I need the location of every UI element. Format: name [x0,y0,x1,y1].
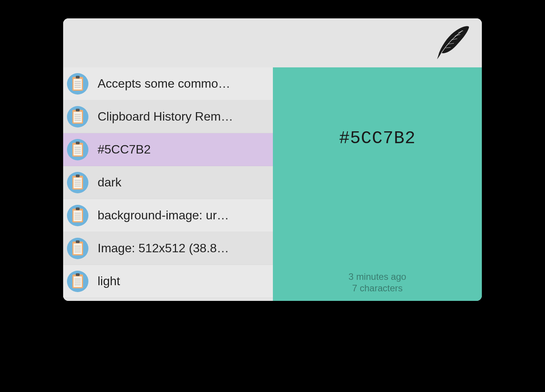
list-item-label: #5CC7B2 [98,142,151,157]
list-item-label: Clipboard History Rem… [98,109,233,124]
preview-panel: #5CC7B2 3 minutes ago 7 characters [273,67,482,301]
list-item-label: light [98,274,120,288]
svg-rect-26 [73,178,82,188]
list-item[interactable]: Accepts some commo… [63,67,273,100]
svg-rect-34 [73,211,82,221]
clipboard-list: Accepts some commo… Clipboard History Re… [63,67,273,301]
clipboard-history-window: Accepts some commo… Clipboard History Re… [63,18,482,301]
svg-rect-19 [76,142,80,144]
list-item[interactable]: #5CC7B2 [63,133,273,166]
list-item-label: dark [98,175,121,189]
svg-rect-51 [76,273,80,276]
svg-rect-43 [76,240,80,243]
search-input-area[interactable] [63,18,428,49]
svg-rect-10 [73,112,82,122]
list-item-label: Image: 512x512 (38.8… [98,241,229,255]
svg-rect-3 [76,76,80,78]
svg-rect-18 [73,145,82,155]
clipboard-icon [67,73,88,95]
clipboard-icon [67,139,88,160]
list-item[interactable]: Clipboard History Rem… [63,100,273,133]
clipboard-icon [67,238,88,259]
svg-rect-35 [76,207,80,210]
clipboard-icon [67,106,88,127]
svg-rect-11 [76,109,80,111]
preview-char-count: 7 characters [273,283,482,294]
preview-meta: 3 minutes ago 7 characters [273,271,482,301]
list-item-label: background-image: ur… [98,208,229,222]
list-item-label: Accepts some commo… [98,77,230,91]
svg-rect-50 [73,276,82,287]
list-item[interactable]: dark [63,166,273,199]
svg-rect-27 [76,175,80,177]
svg-rect-42 [73,243,82,254]
list-item[interactable]: light [63,265,273,298]
preview-time-ago: 3 minutes ago [273,271,482,283]
clipboard-icon [67,205,88,226]
svg-rect-2 [73,79,82,90]
list-item[interactable]: Image: 512x512 (38.8… [63,232,273,265]
clipboard-icon [67,172,88,193]
header-bar [63,18,482,67]
preview-text: #5CC7B2 [339,129,416,149]
content-area: Accepts some commo… Clipboard History Re… [63,67,482,301]
feather-icon [433,22,475,64]
clipboard-icon [67,271,88,292]
list-item[interactable]: background-image: ur… [63,199,273,232]
preview-content: #5CC7B2 [273,67,482,271]
